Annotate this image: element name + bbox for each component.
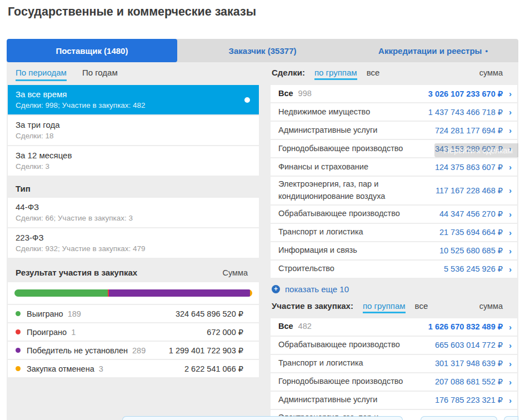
tab-customer[interactable]: Заказчик (35377): [177, 39, 348, 62]
participation-total-sum: 1 626 670 832 489 ₽›: [428, 322, 512, 331]
legend-count: 289: [132, 346, 146, 355]
deals-filter-all[interactable]: все: [367, 68, 380, 77]
show-more-link[interactable]: + показать еще 10: [272, 284, 349, 294]
deals-total-count: 998: [298, 89, 312, 98]
deals-row[interactable]: Информация и связь 10 525 680 685 ₽›: [271, 242, 517, 259]
period-card-12-months[interactable]: За 12 месяцев Сделки: 3: [8, 146, 259, 176]
sum-value: 21 735 694 664 ₽: [439, 228, 503, 237]
deals-row[interactable]: Административные услуги 724 281 177 694 …: [271, 122, 517, 139]
deals-row-sum: 21 735 694 664 ₽›: [439, 228, 512, 237]
chevron-right-icon: ›: [509, 144, 512, 153]
chevron-right-icon: ›: [509, 89, 512, 98]
tab-by-years[interactable]: По годам: [82, 68, 118, 81]
tab-accreditations[interactable]: Аккредитации и реестры •: [348, 39, 518, 62]
type-subtitle: Сделки: 932; Участие в закупках: 479: [16, 244, 251, 253]
top-tabs: Поставщик (1480) Заказчик (35377) Аккред…: [7, 39, 518, 62]
sum-value: 207 088 681 552 ₽: [435, 377, 503, 386]
participation-row[interactable]: Административные услуги 176 785 223 321 …: [271, 392, 517, 409]
panel-content: По периодам По годам За все время Сделки…: [7, 62, 518, 420]
participation-row-label: Административные услуги: [278, 394, 377, 406]
deals-row-label: Строительство: [278, 263, 334, 275]
page-title: Государственные и коммерческие заказы: [8, 5, 525, 19]
participation-row[interactable]: Обрабатывающее производство 665 603 014 …: [271, 337, 517, 354]
bar-segment: [250, 289, 252, 297]
chevron-right-icon: ›: [509, 378, 512, 386]
chevron-right-icon: ›: [509, 359, 512, 368]
period-card-three-years[interactable]: За три года Сделки: 18: [8, 116, 259, 145]
bottom-cutoff-button[interactable]: [504, 416, 518, 420]
deals-total-sum: 3 026 107 233 670 ₽›: [428, 89, 512, 98]
sum-value: 3 026 107 233 670 ₽: [428, 89, 503, 98]
type-card-44fz[interactable]: 44-ФЗ Сделки: 66; Участие в закупках: 3: [8, 198, 259, 227]
participation-sum-label: сумма: [479, 302, 503, 311]
deals-row[interactable]: Обрабатывающее производство 44 347 456 2…: [271, 206, 517, 223]
deals-row-sum: 44 347 456 270 ₽›: [439, 209, 512, 218]
deals-row-total[interactable]: Все998 3 026 107 233 670 ₽›: [271, 85, 517, 102]
result-stacked-bar: [14, 289, 252, 297]
sum-value: 44 347 456 270 ₽: [439, 209, 503, 218]
chevron-right-icon: ›: [509, 265, 512, 273]
participation-row-label: Транспорт и логистика: [278, 357, 363, 369]
sum-value: 10 525 680 685 ₽: [439, 246, 503, 255]
chevron-right-icon: ›: [509, 341, 512, 349]
tab-supplier[interactable]: Поставщик (1480): [7, 39, 177, 62]
deals-row-label: Горнодобывающее производство: [278, 143, 403, 155]
participation-row[interactable]: Горнодобывающее производство 207 088 681…: [271, 373, 517, 391]
type-title: 44-ФЗ: [16, 202, 251, 212]
participation-row-total[interactable]: Все482 1 626 670 832 489 ₽›: [271, 318, 517, 336]
sum-value: 665 603 014 772 ₽: [435, 341, 503, 349]
tab-by-periods[interactable]: По периодам: [16, 68, 67, 81]
participation-header-row: Участие в закупках: по группам все сумма: [272, 301, 503, 314]
sum-value: 5 536 245 926 ₽: [444, 264, 503, 273]
plus-icon: +: [272, 285, 280, 293]
legend-label: Выиграно: [27, 309, 63, 318]
legend-dot-cancelled-icon: [16, 366, 21, 371]
deals-row[interactable]: Недвижимое имущество 1 437 743 466 718 ₽…: [271, 103, 517, 121]
deals-header-row: Сделки: по группам все сумма: [272, 68, 503, 81]
groups-column: Сделки: по группам все сумма Все998 3 02…: [271, 67, 517, 420]
result-sum-label: Сумма: [222, 268, 248, 277]
bottom-cutoff-button[interactable]: [421, 416, 497, 420]
deals-row-sum: 5 536 245 926 ₽›: [444, 264, 512, 273]
bottom-cutoff-button[interactable]: [122, 416, 403, 420]
deals-row[interactable]: Транспорт и логистика 21 735 694 664 ₽›: [271, 224, 517, 241]
bullet-icon: •: [485, 47, 488, 55]
legend-count: 1: [71, 328, 76, 337]
result-bar-card: [8, 282, 259, 304]
type-card-223fz[interactable]: 223-ФЗ Сделки: 932; Участие в закупках: …: [8, 228, 259, 258]
chevron-right-icon: ›: [509, 108, 512, 116]
deals-sum-label: сумма: [479, 68, 503, 77]
deals-filter-by-groups[interactable]: по группам: [314, 68, 357, 80]
period-title: За три года: [16, 120, 251, 129]
deals-row-sum: 1 437 743 466 718 ₽›: [428, 108, 512, 117]
sum-value: 1 626 670 832 489 ₽: [428, 322, 503, 331]
chevron-right-icon: ›: [509, 228, 512, 237]
deals-row[interactable]: Финансы и страхование 124 375 863 607 ₽›: [271, 158, 517, 176]
participation-filter-all[interactable]: все: [415, 301, 428, 311]
deals-row-label: Обрабатывающее производство: [278, 208, 400, 220]
legend-count: 3: [99, 364, 103, 373]
participation-filter-by-groups[interactable]: по группам: [363, 301, 406, 313]
chevron-right-icon: ›: [509, 186, 512, 194]
type-title: 223-ФЗ: [16, 233, 251, 242]
participation-row-sum: 301 317 948 639 ₽›: [435, 359, 512, 368]
deals-row[interactable]: Электроэнергия, газ, пар и кондициониров…: [271, 177, 517, 204]
legend-sum: 672 000 ₽: [207, 328, 243, 337]
selected-indicator-dot: [244, 97, 250, 103]
participation-row-sum: 207 088 681 552 ₽›: [435, 377, 512, 386]
deals-row[interactable]: Горнодобывающее производство 343 153 289…: [271, 140, 517, 157]
sum-value: 124 375 863 607 ₽: [435, 163, 503, 172]
result-section-header-row: Результат участия в закупках Сумма: [16, 268, 248, 277]
period-card-all-time[interactable]: За все время Сделки: 998; Участие в заку…: [8, 85, 259, 114]
participation-row[interactable]: Транспорт и логистика 301 317 948 639 ₽›: [271, 355, 517, 372]
deals-row[interactable]: Строительство 5 536 245 926 ₽›: [271, 261, 517, 278]
type-subtitle: Сделки: 66; Участие в закупках: 3: [16, 214, 251, 222]
deals-total-label: Все: [278, 89, 293, 98]
participation-row-sum: 176 785 223 321 ₽›: [435, 396, 512, 404]
sum-value: 724 281 177 694 ₽: [435, 126, 503, 135]
deals-header: Сделки:: [272, 68, 305, 77]
legend-label: Закупка отменена: [27, 364, 94, 373]
period-subtitle: Сделки: 998; Участие в закупках: 482: [16, 101, 251, 109]
participation-total-label: Все: [278, 322, 293, 331]
deals-row-sum: 343 153 289 607 ₽›: [435, 144, 512, 153]
